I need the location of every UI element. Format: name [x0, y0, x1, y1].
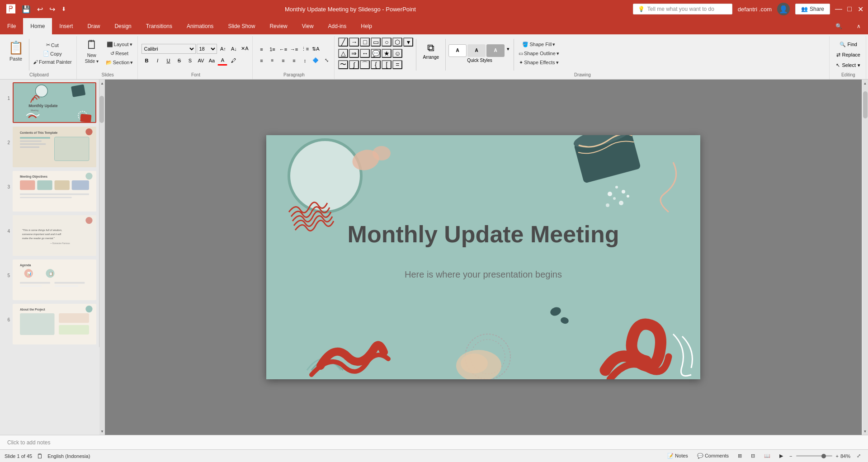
char-spacing-button[interactable]: AV: [196, 56, 206, 66]
comments-button[interactable]: 💬 Comments: [694, 452, 731, 460]
slide-panel-scrollbar[interactable]: ▲ ▼: [99, 80, 105, 435]
slide-preview-2[interactable]: Contents of This Template: [13, 127, 96, 167]
connector-shape[interactable]: ⌒: [360, 60, 370, 69]
redo-icon[interactable]: ↪: [47, 3, 57, 15]
zoom-slider[interactable]: [796, 455, 832, 457]
find-button[interactable]: 🔍 Find: [837, 40, 860, 49]
scroll-down-canvas[interactable]: ▼: [863, 428, 868, 435]
zoom-level[interactable]: 84%: [840, 453, 850, 459]
zoom-thumb[interactable]: [821, 454, 826, 458]
slideshow-button[interactable]: ▶: [777, 452, 786, 460]
arrow-shape[interactable]: →: [349, 38, 359, 47]
save-icon[interactable]: 💾: [20, 3, 33, 15]
round-rect-shape[interactable]: ▭: [371, 38, 381, 47]
smile-shape[interactable]: ☺: [392, 49, 402, 58]
format-painter-button[interactable]: 🖌 Format Painter: [31, 58, 74, 66]
justify-button[interactable]: ≡: [289, 56, 299, 66]
reading-view-button[interactable]: 📖: [761, 452, 773, 460]
smartart-button[interactable]: 🔷: [311, 56, 321, 66]
shape-outline-button[interactable]: ▭ Shape Outline ▾: [517, 50, 561, 57]
text-direction-button[interactable]: ⇅A: [311, 44, 321, 54]
new-slide-button[interactable]: 🗒 New Slide ▾: [80, 37, 103, 64]
brace-shape[interactable]: {: [371, 60, 381, 69]
customize-icon[interactable]: ⬇: [60, 4, 68, 14]
change-case-button[interactable]: Aa: [207, 56, 217, 66]
notes-button[interactable]: 📝 Notes: [665, 452, 691, 460]
tab-animations[interactable]: Animations: [179, 18, 221, 34]
minimize-button[interactable]: —: [835, 6, 842, 12]
line-shape[interactable]: ╱: [338, 38, 348, 47]
shape-fill-button[interactable]: 🪣 Shape Fill ▾: [517, 41, 561, 48]
slide-preview-4[interactable]: "This is some things full of wisdom, som…: [13, 215, 96, 256]
tab-search-icon[interactable]: 🔍: [828, 18, 849, 34]
callout-shape[interactable]: 💬: [371, 49, 381, 58]
freeform-shape[interactable]: 〜: [338, 60, 348, 69]
decrease-font-button[interactable]: A↓: [229, 44, 239, 54]
zoom-in-button[interactable]: +: [836, 453, 839, 459]
close-button[interactable]: ✕: [857, 6, 863, 12]
user-avatar[interactable]: 👤: [777, 3, 790, 15]
slide-thumb-5[interactable]: 5 Agenda 📊 📋: [2, 259, 97, 301]
reset-button[interactable]: ↺ Reset: [104, 50, 135, 57]
tab-slideshow[interactable]: Slide Show: [221, 18, 262, 34]
scroll-down-arrow[interactable]: ▼: [99, 428, 105, 435]
slide-thumb-1[interactable]: 1 Monthly Update Meeting: [2, 81, 97, 124]
slide-preview-1[interactable]: Monthly Update Meeting: [13, 82, 96, 123]
maximize-button[interactable]: □: [846, 6, 853, 12]
qs-item-3[interactable]: A: [486, 44, 505, 57]
tab-home[interactable]: Home: [23, 18, 52, 34]
slide-thumb-6[interactable]: 6 About the Project: [2, 303, 97, 345]
tab-review[interactable]: Review: [262, 18, 294, 34]
slide-subtitle[interactable]: Here is where your presentation begins: [405, 269, 562, 280]
tab-transitions[interactable]: Transitions: [139, 18, 179, 34]
share-button[interactable]: 👥 Share: [795, 4, 830, 14]
layout-icon[interactable]: 🗒: [37, 453, 43, 460]
tab-help[interactable]: Help: [354, 18, 379, 34]
shadow-button[interactable]: S: [185, 56, 195, 66]
decrease-indent-button[interactable]: ←≡: [278, 44, 288, 54]
quick-styles-expand[interactable]: ▾: [505, 44, 511, 54]
equation-shape[interactable]: =: [392, 60, 402, 69]
slide-title[interactable]: Monthly Update Meeting: [348, 221, 619, 248]
scroll-thumb-canvas[interactable]: [863, 91, 868, 118]
fit-slide-button[interactable]: ⤢: [854, 452, 863, 460]
collapse-ribbon-button[interactable]: ∧: [849, 18, 868, 34]
slide-canvas[interactable]: Monthly Update Meeting Here is where you…: [266, 135, 700, 379]
slide-preview-5[interactable]: Agenda 📊 📋: [13, 259, 96, 300]
select-button[interactable]: ↖ Select ▾: [833, 61, 863, 70]
slide-sorter-button[interactable]: ⊟: [748, 452, 758, 460]
bracket-shape[interactable]: [: [382, 60, 392, 69]
paste-button[interactable]: 📋 Paste: [5, 37, 27, 64]
font-size-select[interactable]: 18: [197, 44, 217, 54]
font-family-select[interactable]: Calibri: [142, 44, 196, 54]
align-left-button[interactable]: ≡: [256, 56, 266, 66]
slide-thumb-4[interactable]: 4 "This is some things full of wisdom, s…: [2, 214, 97, 257]
slide-thumb-3[interactable]: 3 Meeting Objectives: [2, 170, 97, 212]
layout-button[interactable]: ⬛ Layout ▾: [104, 41, 135, 48]
align-center-button[interactable]: ≡: [267, 56, 277, 66]
bullets-button[interactable]: ≡: [256, 44, 266, 54]
copy-button[interactable]: 📄 Copy: [31, 50, 74, 57]
bold-button[interactable]: B: [142, 56, 151, 66]
zoom-out-button[interactable]: −: [789, 453, 792, 459]
align-right-button[interactable]: ≡: [278, 56, 288, 66]
slide-thumb-2[interactable]: 2 Contents of This Template: [2, 126, 97, 168]
shape-effects-button[interactable]: ✦ Shape Effects ▾: [517, 59, 561, 66]
notes-bar[interactable]: Click to add notes: [0, 435, 868, 449]
qs-item-1[interactable]: A: [448, 44, 467, 57]
star-shape[interactable]: ★: [382, 49, 392, 58]
language[interactable]: English (Indonesia): [47, 453, 90, 459]
columns-button[interactable]: ⋮≡: [300, 44, 310, 54]
dbarrow-shape[interactable]: ↔: [360, 49, 370, 58]
scroll-thumb[interactable]: [99, 96, 104, 123]
qs-item-2[interactable]: A: [467, 44, 486, 57]
increase-indent-button[interactable]: →≡: [289, 44, 299, 54]
vertical-scrollbar[interactable]: ▲ ▼: [863, 80, 868, 435]
italic-button[interactable]: I: [152, 56, 162, 66]
line-spacing-button[interactable]: ↕: [300, 56, 310, 66]
replace-button[interactable]: ⇄ Replace: [834, 51, 863, 59]
curve-shape[interactable]: ∫: [349, 60, 359, 69]
cut-button[interactable]: ✂ Cut: [31, 41, 74, 49]
undo-icon[interactable]: ↩: [35, 3, 45, 15]
oval-shape[interactable]: ○: [382, 38, 392, 47]
